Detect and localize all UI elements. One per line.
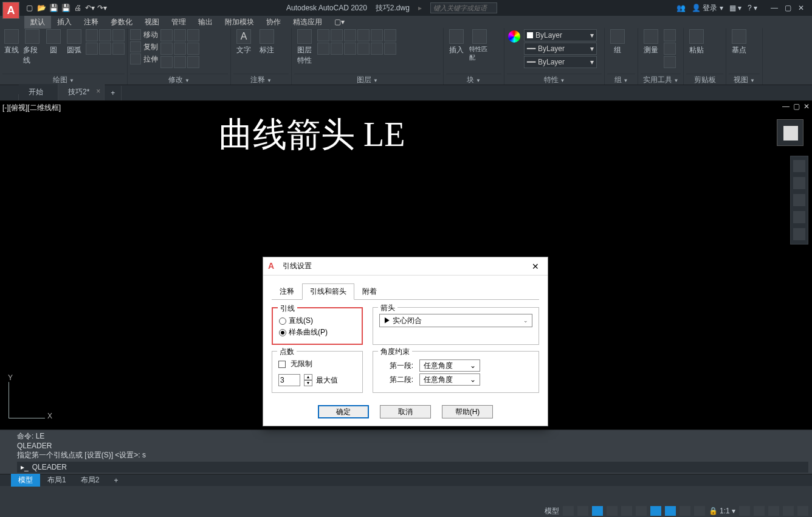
login-button[interactable]: 👤 登录 ▾ [692, 3, 723, 13]
new-icon[interactable]: ▢ [24, 3, 34, 13]
status-trans-icon[interactable] [680, 506, 690, 516]
dlg-tab-annotation[interactable]: 注释 [272, 283, 302, 300]
help-icon[interactable]: ? ▾ [748, 4, 757, 12]
btn-paste[interactable]: 粘贴 [686, 29, 707, 55]
status-grid-icon[interactable] [563, 506, 574, 516]
tab-default[interactable]: 默认 [24, 16, 51, 29]
cancel-button[interactable]: 取消 [380, 405, 431, 418]
seg1-select[interactable]: 任意角度⌄ [419, 359, 480, 372]
btn-layerprops[interactable]: 图层特性 [294, 29, 315, 66]
tab-view[interactable]: 视图 [139, 16, 165, 29]
dialog-titlebar[interactable]: 引线设置 ✕ [263, 257, 548, 276]
tab-addins[interactable]: 附加模块 [219, 16, 260, 29]
spin-down[interactable]: ▼ [304, 380, 312, 386]
command-input[interactable]: ▸_ QLEADER [17, 462, 808, 473]
tab-insert[interactable]: 插入 [51, 16, 78, 29]
status-ortho-icon[interactable] [592, 506, 603, 516]
vp-max-icon[interactable]: ▢ [793, 102, 800, 111]
btn-matchprop[interactable]: 特性匹配 [469, 29, 490, 62]
open-icon[interactable]: 📂 [36, 3, 46, 13]
status-clean-icon[interactable] [783, 506, 794, 516]
search-input[interactable] [430, 2, 497, 13]
btn-group[interactable]: 组 [607, 29, 628, 55]
status-hw-icon[interactable] [768, 506, 779, 516]
status-polar-icon[interactable] [607, 506, 618, 516]
viewport-label[interactable]: [-][俯视][二维线框] [2, 103, 61, 113]
status-qs-icon[interactable] [694, 506, 705, 516]
tab-output[interactable]: 输出 [192, 16, 219, 29]
status-custom-icon[interactable] [797, 506, 808, 516]
app-icon[interactable]: A [2, 2, 19, 19]
status-snap-icon[interactable] [577, 506, 588, 516]
new-tab-button[interactable]: + [105, 86, 122, 100]
status-iso-icon[interactable] [621, 506, 632, 516]
arrow-select[interactable]: ▶ 实心闭合⌄ [379, 314, 532, 327]
spin-up[interactable]: ▲ [304, 374, 312, 380]
seg2-select[interactable]: 任意角度⌄ [419, 373, 480, 386]
view-cube[interactable] [777, 119, 803, 146]
btn-blockinsert[interactable]: 插入 [446, 29, 467, 55]
prop-lt[interactable]: ━━ByLayer▾ [524, 56, 597, 68]
btn-text[interactable]: A文字 [233, 29, 254, 55]
prop-color[interactable]: ByLayer▾ [524, 29, 597, 41]
tab-overflow[interactable]: ▢▾ [328, 16, 351, 27]
plot-icon[interactable]: 🖨 [73, 3, 83, 13]
app-exchange-icon[interactable]: ▦ ▾ [729, 4, 741, 12]
nav-zoom-icon[interactable] [793, 194, 805, 206]
nav-showmotion-icon[interactable] [793, 228, 805, 240]
status-osnap-icon[interactable] [636, 506, 647, 516]
tab-annotate[interactable]: 注释 [78, 16, 105, 29]
dlg-tab-attach[interactable]: 附着 [354, 283, 385, 300]
share-icon[interactable]: 👥 [676, 4, 686, 12]
dialog-buttons: 确定 取消 帮助(H) [263, 399, 548, 426]
ok-button[interactable]: 确定 [318, 405, 369, 418]
maximize-button[interactable]: ▢ [783, 4, 793, 12]
status-bar: 模型 🔒 1:1 ▾ [545, 505, 808, 517]
btn-dim[interactable]: 标注 [256, 29, 277, 55]
nav-wheel-icon[interactable] [793, 160, 805, 172]
btn-circle[interactable]: 圆 [44, 29, 63, 55]
status-scale[interactable]: 🔒 1:1 ▾ [709, 507, 735, 515]
layout-2[interactable]: 布局2 [74, 474, 107, 487]
layout-model[interactable]: 模型 [11, 474, 40, 487]
layout-add[interactable]: + [106, 475, 125, 486]
vp-close-icon[interactable]: ✕ [803, 102, 810, 111]
tab-parametric[interactable]: 参数化 [105, 16, 139, 29]
status-iso2-icon[interactable] [754, 506, 765, 516]
radio-spline[interactable]: 样条曲线(P) [279, 327, 356, 338]
tab-featured[interactable]: 精选应用 [287, 16, 328, 29]
status-track-icon[interactable] [650, 506, 661, 516]
close-tab-icon[interactable]: × [96, 87, 100, 95]
nav-orbit-icon[interactable] [793, 211, 805, 223]
close-button[interactable]: ✕ [796, 4, 806, 12]
status-lwt-icon[interactable] [665, 506, 676, 516]
tab-manage[interactable]: 管理 [165, 16, 192, 29]
status-model[interactable]: 模型 [545, 506, 559, 516]
radio-straight[interactable]: 直线(S) [279, 316, 356, 326]
saveas-icon[interactable]: 💾 [61, 3, 71, 13]
ribbon: 直线 多段线 圆 圆弧 绘图▼ 移动 复制 拉伸 修改▼ A文字 标注 注释▼ … [0, 28, 812, 85]
filetab-start[interactable]: 开始 [19, 84, 58, 100]
nav-pan-icon[interactable] [793, 177, 805, 189]
filetab-doc[interactable]: 技巧2*× [58, 84, 105, 100]
undo-icon[interactable]: ↶▾ [85, 3, 95, 13]
tab-collab[interactable]: 协作 [260, 16, 287, 29]
dialog-close-button[interactable]: ✕ [528, 262, 543, 271]
prop-lw[interactable]: ━━ByLayer▾ [524, 43, 597, 55]
btn-base[interactable]: 基点 [729, 29, 749, 55]
minimize-button[interactable]: — [769, 4, 779, 12]
redo-icon[interactable]: ↷▾ [97, 3, 107, 13]
layout-1[interactable]: 布局1 [40, 474, 74, 487]
max-points-input[interactable] [278, 374, 300, 386]
checkbox-unlimited[interactable]: 无限制 [278, 359, 356, 369]
vp-min-icon[interactable]: — [782, 102, 790, 111]
save-icon[interactable]: 💾 [49, 3, 58, 13]
btn-line[interactable]: 直线 [2, 29, 21, 55]
help-button[interactable]: 帮助(H) [442, 405, 493, 418]
dlg-tab-leader-arrow[interactable]: 引线和箭头 [302, 283, 354, 300]
btn-arc[interactable]: 圆弧 [65, 29, 83, 55]
btn-measure[interactable]: 测量 [641, 29, 661, 55]
btn-pline[interactable]: 多段线 [23, 29, 41, 66]
status-gear-icon[interactable] [739, 506, 750, 516]
drawing-area[interactable]: [-][俯视][二维线框] —▢✕ 曲线箭头 LE 引线设置 ✕ 注释 引线和箭… [0, 101, 812, 429]
